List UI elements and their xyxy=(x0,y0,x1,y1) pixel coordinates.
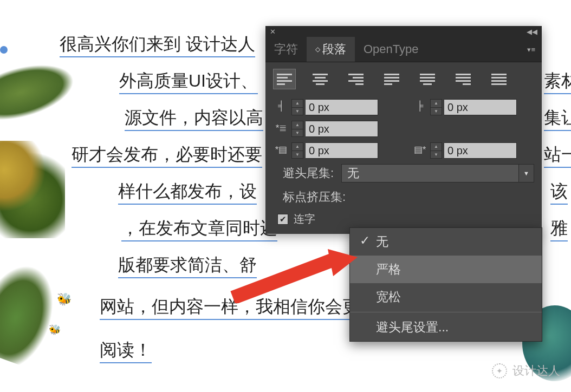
dropdown-separator xyxy=(350,312,542,312)
text-fragment: 该 xyxy=(550,180,568,205)
justify-right-button[interactable] xyxy=(452,69,475,89)
dropdown-item-strict[interactable]: 严格 xyxy=(350,256,542,283)
text-line[interactable]: 样什么都发布，设 xyxy=(118,180,257,205)
left-indent-input[interactable]: 0 px xyxy=(306,99,378,115)
align-center-button[interactable] xyxy=(309,69,332,89)
right-indent-input[interactable]: 0 px xyxy=(444,99,517,115)
justify-full-button[interactable] xyxy=(488,69,510,89)
left-indent-group: ╡ ▲▼ 0 px xyxy=(273,99,378,115)
right-indent-group: ╞ ▲▼ 0 px xyxy=(412,99,517,115)
dropdown-item-none[interactable]: 无 xyxy=(350,228,542,256)
text-line[interactable]: 外高质量UI设计、 xyxy=(119,69,258,94)
space-before-input[interactable]: 0 px xyxy=(306,142,378,159)
text-line[interactable]: 源文件，内容以高 xyxy=(125,106,263,131)
right-indent-icon: ╞ xyxy=(412,101,428,114)
wechat-icon: ✦ xyxy=(492,363,507,378)
text-fragment: 集让 xyxy=(544,106,571,131)
text-line[interactable]: 很高兴你们来到 设计达人 xyxy=(60,32,255,57)
hyphenate-checkbox[interactable]: ✔ xyxy=(277,214,288,225)
firstline-indent-input[interactable]: 0 px xyxy=(306,121,378,137)
text-line[interactable]: 研才会发布，必要时还要 xyxy=(72,143,262,168)
tab-label: 段落 xyxy=(322,41,346,57)
tab-label: OpenType xyxy=(364,42,419,56)
mojikumi-label: 标点挤压集: xyxy=(273,189,346,205)
justify-left-button[interactable] xyxy=(380,69,403,89)
dropdown-item-loose[interactable]: 宽松 xyxy=(350,283,542,311)
align-right-button[interactable] xyxy=(345,69,367,89)
close-icon[interactable]: ✕ xyxy=(270,28,276,36)
space-after-group: ▤* ▲▼ 0 px xyxy=(412,142,517,159)
kinsoku-select[interactable]: 无 ▼ xyxy=(341,164,534,182)
panel-titlebar[interactable]: ✕ ◀◀ xyxy=(265,26,542,37)
text-fragment: 雅 xyxy=(550,217,568,241)
dropdown-item-settings[interactable]: 避头尾设置... xyxy=(350,313,542,341)
panel-body: ╡ ▲▼ 0 px ╞ ▲▼ 0 px *≣ ▲▼ 0 px *▤ ▲▼ 0 p… xyxy=(265,62,542,234)
left-indent-icon: ╡ xyxy=(273,101,289,114)
tab-opentype[interactable]: OpenType xyxy=(355,38,427,61)
panel-menu-icon[interactable]: ▾≡ xyxy=(521,45,542,54)
firstline-indent-group: *≣ ▲▼ 0 px xyxy=(273,121,378,137)
kinsoku-dropdown: 无 严格 宽松 避头尾设置... xyxy=(349,227,542,342)
space-before-stepper[interactable]: ▲▼ xyxy=(291,142,303,159)
left-indent-stepper[interactable]: ▲▼ xyxy=(291,99,303,115)
panel-tabs: 字符 ◇ 段落 OpenType ▾≡ xyxy=(265,37,542,62)
paragraph-panel: ✕ ◀◀ 字符 ◇ 段落 OpenType ▾≡ ╡ ▲▼ xyxy=(265,26,542,234)
text-fragment: 站一 xyxy=(544,143,571,168)
collapse-icon[interactable]: ◀◀ xyxy=(527,28,537,36)
decorative-bee-icon: 🐝 xyxy=(57,292,72,306)
alignment-row xyxy=(273,69,534,89)
firstline-indent-icon: *≣ xyxy=(273,122,289,135)
kinsoku-label: 避头尾集: xyxy=(273,165,337,181)
selection-handle-icon[interactable] xyxy=(0,46,8,54)
firstline-indent-stepper[interactable]: ▲▼ xyxy=(291,121,303,137)
space-after-input[interactable]: 0 px xyxy=(444,142,517,159)
chevron-down-icon: ▼ xyxy=(518,165,534,182)
space-after-icon: ▤* xyxy=(412,144,428,157)
space-before-group: *▤ ▲▼ 0 px xyxy=(273,142,378,159)
text-line[interactable]: 网站，但内容一样，我相信你会更 xyxy=(100,295,360,320)
right-indent-stepper[interactable]: ▲▼ xyxy=(430,99,442,115)
watermark-text: 设计达人 xyxy=(512,363,560,379)
text-line[interactable]: ，在发布文章同时还 xyxy=(121,217,277,241)
text-line[interactable]: 阅读！ xyxy=(100,338,152,363)
kinsoku-value: 无 xyxy=(347,165,359,181)
justify-center-button[interactable] xyxy=(416,69,439,89)
decorative-bee-icon: 🐝 xyxy=(49,324,61,336)
watermark: ✦ 设计达人 xyxy=(492,363,560,379)
tab-character[interactable]: 字符 xyxy=(265,37,307,62)
align-left-button[interactable] xyxy=(273,69,296,89)
tab-paragraph[interactable]: ◇ 段落 xyxy=(307,37,355,62)
space-after-stepper[interactable]: ▲▼ xyxy=(430,142,442,159)
chevron-icon: ◇ xyxy=(315,45,320,53)
text-fragment: 素材 xyxy=(544,69,571,94)
space-before-icon: *▤ xyxy=(273,144,289,157)
tab-label: 字符 xyxy=(274,41,298,57)
hyphenate-label: 连字 xyxy=(294,212,315,226)
text-line[interactable]: 版都要求简洁、舒 xyxy=(118,253,257,278)
